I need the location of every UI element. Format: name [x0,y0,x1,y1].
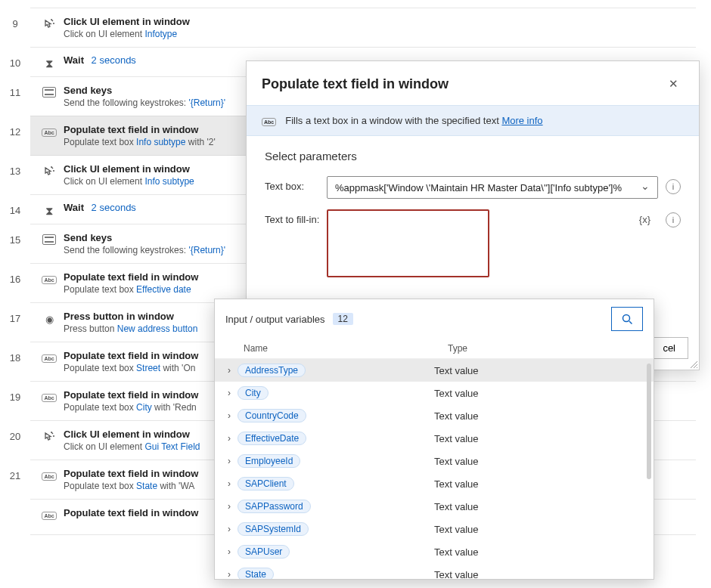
step-number: 19 [0,381,30,403]
abc-icon: Abc [42,512,56,520]
step-number: 20 [0,420,30,442]
step-title: Populate text field in window [64,124,198,135]
step-description: Click on UI element Infotype [64,29,682,39]
chevron-right-icon[interactable]: › [222,410,236,421]
step-number: 21 [0,460,30,481]
variable-type: Text value [434,365,479,376]
chevron-right-icon[interactable]: › [222,365,236,376]
step-number [0,499,30,509]
variable-row[interactable]: ›EmployeeIdText value [215,450,654,472]
step-title: Click UI element in window [64,429,190,440]
variable-type: Text value [434,524,479,535]
variable-type: Text value [434,456,479,467]
flow-step[interactable]: Click UI element in windowClick on UI el… [30,8,696,48]
variable-row[interactable]: ›CountryCodeText value [215,404,654,427]
step-title: Send keys [64,85,112,96]
step-title: Press button in window [64,311,174,322]
chevron-right-icon[interactable]: › [222,456,236,466]
keyboard-icon [42,234,56,247]
variable-type: Text value [434,478,479,490]
variable-type: Text value [434,388,479,399]
variable-row[interactable]: ›SAPPasswordText value [215,495,654,518]
variable-type: Text value [434,410,479,422]
variable-type: Text value [434,569,479,580]
cursor-click-icon [43,431,55,443]
more-info-link[interactable]: More info [501,115,542,126]
search-button[interactable] [611,307,643,331]
step-number: 18 [0,342,30,364]
step-title: Wait [64,202,84,213]
fill-textarea[interactable] [327,209,489,277]
step-number: 15 [0,224,30,246]
hourglass-icon: ⧗ [45,204,54,218]
variable-name[interactable]: SAPSystemId [238,522,309,536]
scrollbar[interactable] [647,364,651,574]
info-icon[interactable]: i [666,179,681,194]
info-icon[interactable]: i [666,212,681,227]
abc-icon: Abc [42,394,56,402]
hourglass-icon: ⧗ [45,57,54,70]
variable-row[interactable]: ›SAPClientText value [215,472,654,495]
step-wait-value: 2 seconds [92,202,136,213]
svg-point-9 [623,315,630,322]
variable-name[interactable]: City [238,386,269,400]
press-icon: ◉ [45,314,54,325]
step-wait-value: 2 seconds [92,54,136,66]
col-type: Type [448,343,467,354]
step-title: Populate text field in window [64,389,198,401]
step-title: Wait [64,54,84,66]
chevron-right-icon[interactable]: › [222,501,236,512]
step-title: Send keys [64,232,112,243]
resize-grip[interactable] [688,359,697,368]
step-title: Populate text field in window [64,507,198,518]
step-number: 9 [0,8,30,29]
section-title: Select parameters [265,150,681,162]
chevron-right-icon[interactable]: › [222,569,236,579]
variable-row[interactable]: ›CityText value [215,382,654,404]
fill-label: Text to fill-in: [265,209,327,225]
chevron-right-icon[interactable]: › [222,433,236,444]
chevron-right-icon[interactable]: › [222,546,236,557]
panel-title: Populate text field in window [262,76,663,92]
variable-row[interactable]: ›SAPUserText value [215,540,654,563]
chevron-right-icon[interactable]: › [222,524,236,534]
cursor-click-icon [43,166,55,178]
textbox-label: Text box: [265,176,327,192]
variable-row[interactable]: ›SAPSystemIdText value [215,518,654,540]
variable-name[interactable]: EmployeeId [238,454,300,468]
abc-icon: Abc [42,276,56,284]
step-number: 17 [0,302,30,324]
abc-icon: Abc [42,472,56,481]
variable-name[interactable]: CountryCode [238,409,306,422]
insert-variable-icon[interactable]: {x} [639,214,650,225]
step-number: 10 [0,47,30,69]
chevron-right-icon[interactable]: › [222,478,236,489]
panel-info-text: Fills a text box in a window with the sp… [285,115,501,126]
variable-name[interactable]: EffectiveDate [238,432,306,445]
step-title: Click UI element in window [64,16,190,27]
step-number: 14 [0,194,30,216]
chevron-right-icon[interactable]: › [222,388,236,398]
abc-icon: Abc [262,118,276,126]
variable-row[interactable]: ›AddressTypeText value [215,359,654,382]
step-title: Populate text field in window [64,271,198,283]
close-icon[interactable]: ✕ [663,73,684,94]
variable-name[interactable]: AddressType [238,364,306,377]
variable-name[interactable]: SAPPassword [238,500,311,513]
variables-popover: Input / output variables 12 Name Type ›A… [214,299,654,580]
keyboard-icon [42,87,56,100]
variable-name[interactable]: State [238,568,274,579]
variable-row[interactable]: ›StateText value [215,563,654,579]
cancel-button[interactable]: cel [650,337,688,359]
step-number: 12 [0,116,30,138]
variable-type: Text value [434,501,479,512]
variable-name[interactable]: SAPClient [238,477,294,491]
svg-line-10 [629,321,632,324]
vars-count: 12 [333,313,353,325]
variable-type: Text value [434,546,479,558]
textbox-select[interactable]: %appmask['Window \'Maintain HR Master Da… [327,176,658,199]
step-title: Populate text field in window [64,350,198,361]
step-number: 13 [0,155,30,177]
variable-name[interactable]: SAPUser [238,545,290,559]
variable-row[interactable]: ›EffectiveDateText value [215,427,654,450]
